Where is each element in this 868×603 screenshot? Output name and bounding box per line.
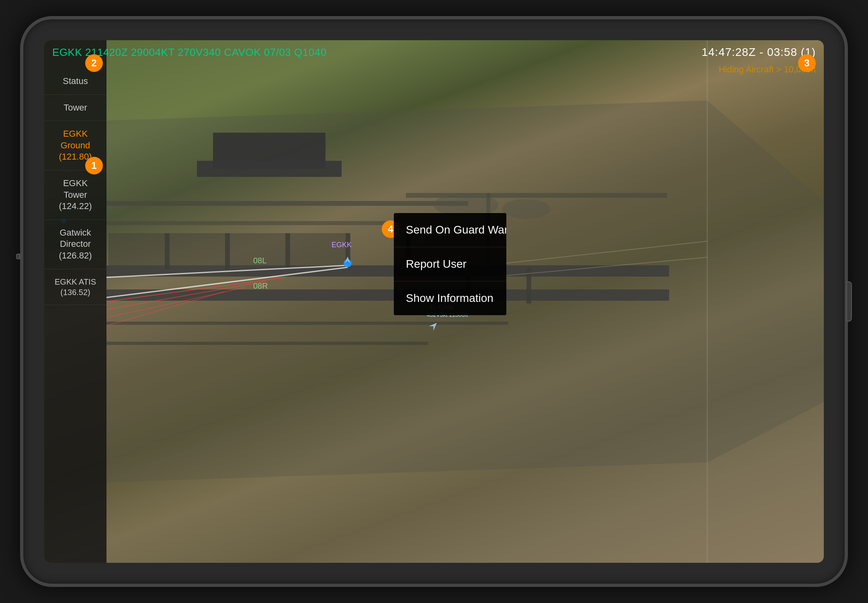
svg-rect-5 xyxy=(106,221,388,225)
side-button[interactable] xyxy=(16,254,20,259)
sidebar-item-status[interactable]: Status xyxy=(44,68,106,95)
svg-rect-21 xyxy=(106,342,428,345)
badge-3: 3 xyxy=(798,54,816,72)
sidebar-item-egkk-atis[interactable]: EGKK ATIS(136.52) xyxy=(44,269,106,305)
screen: 08L 08R EGKK Er-GAM 432V3kt 11500ft EGKK… xyxy=(44,40,824,563)
svg-text:08L: 08L xyxy=(253,256,266,265)
context-menu: Send On Guard Warning Report User Show I… xyxy=(394,213,506,315)
sidebar: Status Tower EGKKGround(121.80) EGKKTowe… xyxy=(44,40,106,563)
context-menu-report-user[interactable]: Report User xyxy=(394,247,506,281)
badge-1: 1 xyxy=(85,157,103,174)
home-button[interactable] xyxy=(846,281,852,322)
svg-text:08R: 08R xyxy=(253,281,268,290)
top-bar: EGKK 211420Z 29004KT 270V340 CAVOK 07/03… xyxy=(44,40,824,64)
svg-rect-7 xyxy=(197,161,342,177)
svg-rect-9 xyxy=(165,233,170,269)
svg-text:EGKK: EGKK xyxy=(332,241,352,249)
device-frame: 08L 08R EGKK Er-GAM 432V3kt 11500ft EGKK… xyxy=(20,16,848,587)
sidebar-item-gatwick-director[interactable]: GatwickDirector(126.82) xyxy=(44,220,106,269)
context-menu-send-on-guard-warning[interactable]: Send On Guard Warning xyxy=(394,213,506,247)
time-display: 14:47:28Z - 03:58 (1) xyxy=(702,46,816,59)
svg-rect-11 xyxy=(285,233,290,269)
badge-2: 2 xyxy=(85,54,103,72)
svg-rect-15 xyxy=(526,267,531,304)
svg-rect-4 xyxy=(106,201,468,206)
sidebar-item-tower[interactable]: Tower xyxy=(44,95,106,121)
svg-rect-10 xyxy=(225,233,230,269)
svg-rect-2 xyxy=(106,265,669,277)
sidebar-item-egkk-tower[interactable]: EGKKTower(124.22) xyxy=(44,170,106,220)
svg-rect-20 xyxy=(106,322,508,325)
context-menu-show-information[interactable]: Show Information xyxy=(394,281,506,315)
svg-point-19 xyxy=(502,199,551,219)
